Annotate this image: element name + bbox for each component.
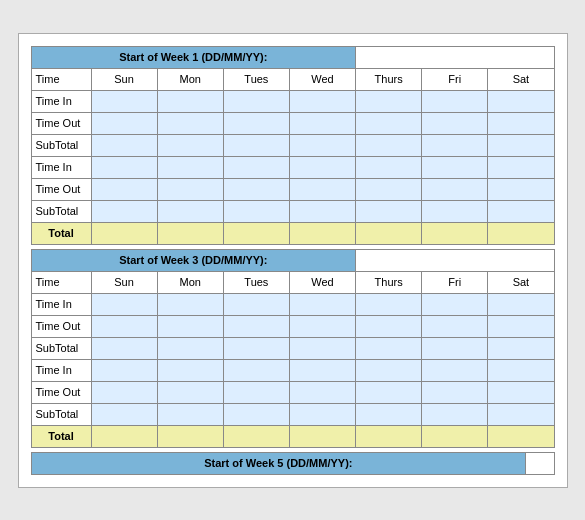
- cell[interactable]: [422, 359, 488, 381]
- cell[interactable]: [223, 112, 289, 134]
- cell[interactable]: [289, 381, 355, 403]
- cell[interactable]: [356, 200, 422, 222]
- total-cell[interactable]: [157, 222, 223, 244]
- total-cell[interactable]: [488, 222, 554, 244]
- col-fri: Fri: [422, 68, 488, 90]
- cell[interactable]: [422, 90, 488, 112]
- cell[interactable]: [356, 403, 422, 425]
- cell[interactable]: [289, 112, 355, 134]
- total-cell[interactable]: [223, 425, 289, 447]
- cell[interactable]: [91, 381, 157, 403]
- cell[interactable]: [157, 381, 223, 403]
- cell[interactable]: [488, 403, 554, 425]
- cell[interactable]: [289, 178, 355, 200]
- cell[interactable]: [91, 315, 157, 337]
- cell[interactable]: [488, 156, 554, 178]
- cell[interactable]: [223, 293, 289, 315]
- cell[interactable]: [223, 403, 289, 425]
- cell[interactable]: [157, 315, 223, 337]
- cell[interactable]: [289, 359, 355, 381]
- cell[interactable]: [223, 381, 289, 403]
- cell[interactable]: [289, 156, 355, 178]
- cell[interactable]: [356, 293, 422, 315]
- cell[interactable]: [91, 359, 157, 381]
- cell[interactable]: [488, 90, 554, 112]
- cell[interactable]: [157, 156, 223, 178]
- cell[interactable]: [91, 293, 157, 315]
- cell[interactable]: [422, 337, 488, 359]
- cell[interactable]: [223, 315, 289, 337]
- cell[interactable]: [91, 200, 157, 222]
- cell[interactable]: [289, 337, 355, 359]
- cell[interactable]: [422, 381, 488, 403]
- total-cell[interactable]: [356, 425, 422, 447]
- cell[interactable]: [289, 134, 355, 156]
- total-cell[interactable]: [157, 425, 223, 447]
- total-cell[interactable]: [91, 222, 157, 244]
- cell[interactable]: [157, 134, 223, 156]
- cell[interactable]: [157, 200, 223, 222]
- cell[interactable]: [157, 293, 223, 315]
- cell[interactable]: [289, 403, 355, 425]
- cell[interactable]: [91, 403, 157, 425]
- cell[interactable]: [157, 337, 223, 359]
- cell[interactable]: [422, 134, 488, 156]
- cell[interactable]: [223, 200, 289, 222]
- total-cell[interactable]: [422, 222, 488, 244]
- cell[interactable]: [488, 178, 554, 200]
- cell[interactable]: [488, 134, 554, 156]
- cell[interactable]: [91, 90, 157, 112]
- cell[interactable]: [91, 178, 157, 200]
- cell[interactable]: [356, 112, 422, 134]
- cell[interactable]: [488, 112, 554, 134]
- cell[interactable]: [356, 381, 422, 403]
- cell[interactable]: [422, 293, 488, 315]
- total-cell[interactable]: [356, 222, 422, 244]
- total-cell[interactable]: [289, 425, 355, 447]
- cell[interactable]: [223, 90, 289, 112]
- cell[interactable]: [157, 403, 223, 425]
- cell[interactable]: [356, 337, 422, 359]
- cell[interactable]: [422, 315, 488, 337]
- cell[interactable]: [488, 200, 554, 222]
- total-cell[interactable]: [223, 222, 289, 244]
- row-label: Time Out: [31, 112, 91, 134]
- cell[interactable]: [356, 90, 422, 112]
- cell[interactable]: [223, 178, 289, 200]
- cell[interactable]: [488, 337, 554, 359]
- cell[interactable]: [91, 112, 157, 134]
- cell[interactable]: [157, 112, 223, 134]
- total-cell[interactable]: [91, 425, 157, 447]
- total-cell[interactable]: [488, 425, 554, 447]
- cell[interactable]: [422, 403, 488, 425]
- cell[interactable]: [356, 134, 422, 156]
- cell[interactable]: [356, 315, 422, 337]
- cell[interactable]: [356, 359, 422, 381]
- cell[interactable]: [488, 293, 554, 315]
- cell[interactable]: [488, 315, 554, 337]
- cell[interactable]: [289, 315, 355, 337]
- cell[interactable]: [223, 156, 289, 178]
- cell[interactable]: [91, 337, 157, 359]
- cell[interactable]: [289, 293, 355, 315]
- total-cell[interactable]: [289, 222, 355, 244]
- cell[interactable]: [488, 381, 554, 403]
- cell[interactable]: [422, 200, 488, 222]
- cell[interactable]: [289, 90, 355, 112]
- cell[interactable]: [91, 134, 157, 156]
- cell[interactable]: [223, 337, 289, 359]
- cell[interactable]: [223, 134, 289, 156]
- cell[interactable]: [422, 112, 488, 134]
- cell[interactable]: [422, 156, 488, 178]
- cell[interactable]: [157, 178, 223, 200]
- cell[interactable]: [91, 156, 157, 178]
- cell[interactable]: [289, 200, 355, 222]
- total-cell[interactable]: [422, 425, 488, 447]
- cell[interactable]: [356, 178, 422, 200]
- cell[interactable]: [157, 359, 223, 381]
- cell[interactable]: [157, 90, 223, 112]
- cell[interactable]: [488, 359, 554, 381]
- cell[interactable]: [223, 359, 289, 381]
- cell[interactable]: [356, 156, 422, 178]
- cell[interactable]: [422, 178, 488, 200]
